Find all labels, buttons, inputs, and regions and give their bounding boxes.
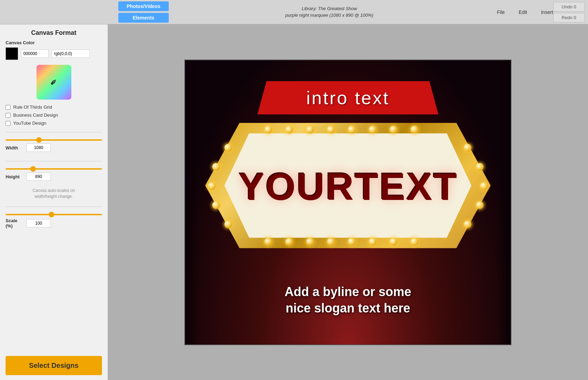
- bulb-t6: [369, 126, 376, 133]
- color-hex-input[interactable]: [21, 49, 49, 58]
- youtube-design-label: YouTube Design: [13, 121, 46, 126]
- width-slider[interactable]: [6, 139, 102, 141]
- bulb-b5: [348, 238, 356, 246]
- color-row: [6, 47, 102, 60]
- top-bar: Photos/Videos Elements Library: The Grea…: [0, 0, 588, 24]
- canvas-left-shadow: [185, 60, 199, 344]
- elements-button[interactable]: Elements: [118, 13, 169, 23]
- scale-label: Scale (%): [6, 218, 23, 228]
- auto-scale-note: Canvas auto-scales onwidth/height change…: [6, 188, 102, 200]
- height-slider[interactable]: [6, 168, 102, 170]
- rule-of-thirds-row: Rule Of Thirds Grid: [6, 104, 102, 110]
- divider-2: [6, 161, 102, 161]
- bulb-r1: [464, 144, 471, 152]
- bulb-b8: [411, 238, 418, 246]
- height-row: Height: [6, 172, 102, 181]
- bulb-t8: [411, 126, 418, 133]
- business-card-label: Business Card Design: [13, 113, 58, 118]
- bulb-b2: [285, 238, 293, 246]
- photos-videos-button[interactable]: Photos/Videos: [118, 1, 169, 11]
- eyedropper-icon: ✒: [47, 75, 61, 89]
- main-layout: Canvas Format Canvas Color ✒ Rule Of Thi…: [0, 24, 588, 380]
- intro-banner: intro text: [257, 81, 438, 115]
- library-title: Library: The Greatest Show: [302, 6, 357, 12]
- bulb-b1: [264, 238, 272, 246]
- scale-row: Scale (%): [6, 218, 102, 228]
- color-rgb-input[interactable]: [51, 49, 90, 58]
- bulb-t7: [390, 126, 397, 133]
- bulb-t3: [306, 126, 314, 133]
- intro-text: intro text: [306, 88, 389, 108]
- canvas-right-shadow: [497, 60, 511, 344]
- bulb-t2: [285, 126, 293, 133]
- rule-of-thirds-label: Rule Of Thirds Grid: [13, 104, 52, 110]
- bulb-l2: [212, 163, 220, 171]
- width-label: Width: [6, 145, 23, 150]
- bulb-b4: [327, 238, 335, 246]
- library-info-area: Library: The Greatest Show purple night …: [169, 6, 490, 18]
- bulb-r4: [476, 201, 484, 209]
- byline-line2: nice slogan text here: [285, 300, 411, 317]
- bulb-l3: [208, 182, 216, 190]
- byline-text: Add a byline or some nice slogan text he…: [285, 284, 411, 317]
- library-subtitle: purple night marquee (1080 x 890 @ 100%): [285, 12, 373, 18]
- bulb-b6: [369, 238, 376, 246]
- select-designs-button[interactable]: Select Designs: [6, 356, 102, 375]
- bulb-l4: [212, 201, 220, 209]
- rule-of-thirds-checkbox[interactable]: [6, 105, 10, 110]
- canvas-color-label: Canvas Color: [6, 40, 102, 45]
- bulb-r2: [476, 163, 484, 171]
- marquee-sign: YOURTEXT: [205, 123, 491, 248]
- bulb-t4: [327, 126, 335, 133]
- intro-banner-shape: intro text: [257, 81, 438, 115]
- nav-buttons: Photos/Videos Elements: [118, 1, 169, 23]
- byline-line1: Add a byline or some: [285, 284, 411, 300]
- canvas-frame[interactable]: intro text: [184, 60, 511, 345]
- height-section: Height: [6, 165, 102, 183]
- sidebar-spacer: [6, 234, 102, 352]
- top-bar-menu: File Edit Insert: [497, 9, 553, 15]
- edit-menu[interactable]: Edit: [519, 9, 527, 15]
- canvas-area: intro text: [108, 24, 588, 380]
- scale-slider[interactable]: [6, 214, 102, 215]
- redo-button[interactable]: Redo 0: [553, 13, 585, 22]
- width-section: Width: [6, 136, 102, 154]
- your-text: YOURTEXT: [238, 163, 458, 208]
- youtube-design-checkbox[interactable]: [6, 121, 10, 126]
- file-menu[interactable]: File: [497, 9, 505, 15]
- color-picker[interactable]: ✒: [37, 65, 71, 100]
- youtube-design-row: YouTube Design: [6, 121, 102, 126]
- color-swatch[interactable]: [6, 47, 18, 60]
- height-label: Height: [6, 174, 23, 179]
- insert-menu[interactable]: Insert: [541, 9, 553, 15]
- bulb-t5: [348, 126, 356, 133]
- scale-input[interactable]: [26, 219, 51, 227]
- bulb-r3: [480, 182, 488, 190]
- business-card-checkbox[interactable]: [6, 113, 10, 118]
- undo-redo-area: Undo 0 Redo 0: [553, 2, 585, 22]
- bulb-l5: [224, 220, 232, 228]
- business-card-row: Business Card Design: [6, 113, 102, 118]
- width-input[interactable]: [26, 144, 51, 152]
- undo-button[interactable]: Undo 0: [553, 2, 585, 11]
- divider-1: [6, 132, 102, 132]
- sidebar-title: Canvas Format: [6, 29, 102, 37]
- bulb-r5: [464, 220, 471, 228]
- bulb-b3: [306, 238, 314, 246]
- width-row: Width: [6, 144, 102, 152]
- divider-3: [6, 207, 102, 207]
- bulb-t1: [264, 126, 272, 133]
- scale-section: Scale (%): [6, 210, 102, 231]
- sidebar: Canvas Format Canvas Color ✒ Rule Of Thi…: [0, 24, 108, 380]
- bulb-b7: [390, 238, 397, 246]
- height-input[interactable]: [26, 172, 51, 181]
- bulb-l1: [224, 144, 232, 152]
